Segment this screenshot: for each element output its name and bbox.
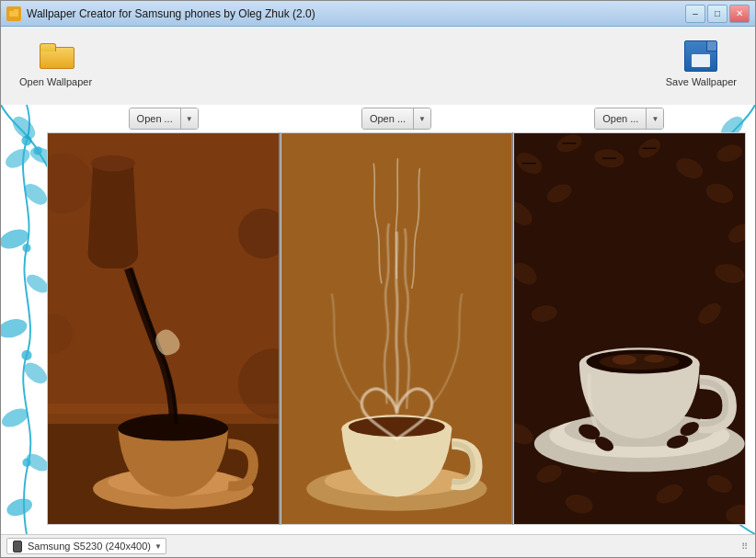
save-wallpaper-button[interactable]: Save Wallpaper bbox=[659, 34, 744, 91]
app-icon bbox=[6, 6, 21, 21]
svg-point-76 bbox=[600, 354, 680, 370]
panel-1-open-group: Open ... ▼ bbox=[47, 105, 280, 132]
toolbar: Open Wallpaper Save Wallpaper bbox=[1, 27, 755, 105]
svg-point-4 bbox=[1, 317, 29, 340]
device-dropdown-arrow: ▼ bbox=[155, 542, 162, 551]
status-bar: Samsung S5230 (240x400) ▼ ⠿ bbox=[1, 534, 755, 557]
coffee-pour-illustration bbox=[48, 133, 279, 524]
svg-point-10 bbox=[23, 245, 30, 252]
panel-3-dropdown-arrow[interactable]: ▼ bbox=[647, 108, 663, 129]
save-floppy-icon bbox=[682, 38, 719, 74]
resize-grip[interactable]: ⠿ bbox=[739, 541, 750, 552]
open-wallpaper-button[interactable]: Open Wallpaper bbox=[12, 34, 99, 91]
coffee-heart-illustration bbox=[281, 133, 512, 524]
svg-point-20 bbox=[9, 113, 38, 142]
svg-point-78 bbox=[645, 355, 665, 363]
svg-point-77 bbox=[613, 355, 636, 365]
svg-point-5 bbox=[21, 359, 50, 386]
svg-point-12 bbox=[23, 459, 30, 466]
close-button[interactable]: ✕ bbox=[729, 5, 750, 23]
svg-point-34 bbox=[91, 155, 135, 171]
panel-1-open-main[interactable]: Open ... bbox=[130, 108, 181, 129]
image-panel-3 bbox=[513, 132, 746, 525]
phone-icon bbox=[11, 540, 24, 552]
open-buttons-row: Open ... ▼ Open ... ▼ Open ... bbox=[47, 105, 746, 132]
panel-3-open-label: Open ... bbox=[602, 113, 638, 124]
image-panels-container bbox=[47, 132, 746, 525]
svg-point-22 bbox=[34, 147, 41, 154]
coffee-beans-illustration bbox=[514, 133, 745, 524]
main-content: Open ... ▼ Open ... ▼ Open ... bbox=[1, 105, 755, 534]
panel-2-open-group: Open ... ▼ bbox=[280, 105, 512, 132]
device-label: Samsung S5230 (240x400) bbox=[28, 541, 151, 552]
open-wallpaper-label: Open Wallpaper bbox=[19, 76, 92, 87]
panel-2-dropdown-arrow[interactable]: ▼ bbox=[414, 108, 430, 129]
panel-1-open-button[interactable]: Open ... ▼ bbox=[129, 108, 199, 130]
title-bar: Wallpaper Creator for Samsung phones by … bbox=[1, 1, 755, 27]
svg-point-8 bbox=[6, 496, 34, 518]
app-window: Wallpaper Creator for Samsung phones by … bbox=[0, 0, 756, 558]
panel-2-open-button[interactable]: Open ... ▼ bbox=[361, 108, 431, 130]
panel-2-open-main[interactable]: Open ... bbox=[362, 108, 414, 129]
device-selector[interactable]: Samsung S5230 (240x400) ▼ bbox=[6, 538, 166, 554]
panel-1-dropdown-arrow[interactable]: ▼ bbox=[181, 108, 198, 129]
open-folder-icon bbox=[38, 38, 74, 74]
maximize-button[interactable]: □ bbox=[707, 5, 727, 23]
window-controls: – □ ✕ bbox=[685, 5, 750, 23]
svg-point-43 bbox=[349, 416, 445, 437]
panel-1-open-label: Open ... bbox=[137, 113, 173, 124]
window-title: Wallpaper Creator for Samsung phones by … bbox=[27, 7, 685, 20]
save-wallpaper-label: Save Wallpaper bbox=[666, 76, 737, 87]
panel-3-open-button[interactable]: Open ... ▼ bbox=[594, 108, 664, 130]
panel-3-open-main[interactable]: Open ... bbox=[595, 108, 647, 129]
minimize-button[interactable]: – bbox=[685, 5, 705, 23]
image-panel-1 bbox=[47, 132, 281, 525]
panel-3-open-group: Open ... ▼ bbox=[513, 105, 746, 132]
image-panel-2 bbox=[281, 132, 514, 525]
svg-point-11 bbox=[22, 351, 31, 360]
panel-2-open-label: Open ... bbox=[370, 113, 406, 124]
svg-point-1 bbox=[21, 181, 50, 208]
